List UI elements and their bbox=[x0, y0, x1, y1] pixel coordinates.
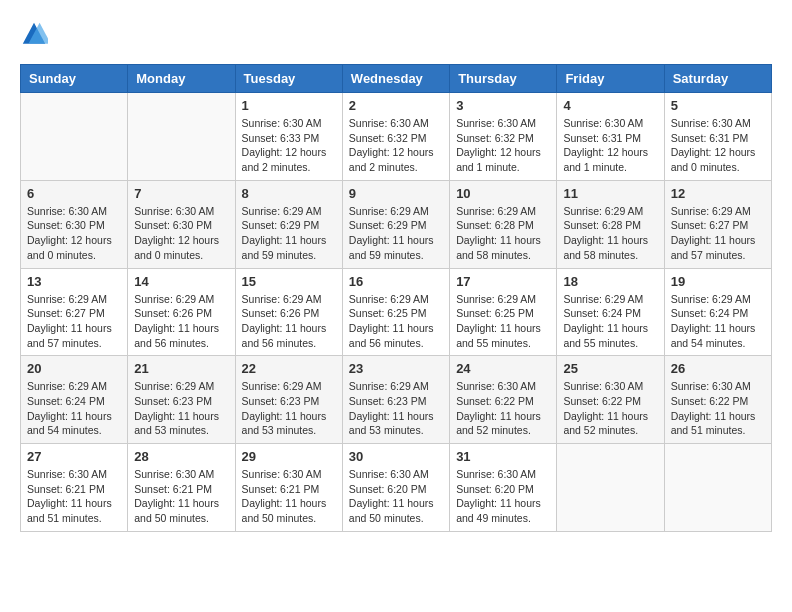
day-number: 7 bbox=[134, 186, 228, 201]
day-number: 11 bbox=[563, 186, 657, 201]
day-number: 23 bbox=[349, 361, 443, 376]
calendar-table: SundayMondayTuesdayWednesdayThursdayFrid… bbox=[20, 64, 772, 532]
calendar-cell: 23Sunrise: 6:29 AMSunset: 6:23 PMDayligh… bbox=[342, 356, 449, 444]
day-of-week-header: Monday bbox=[128, 65, 235, 93]
day-info: Sunrise: 6:29 AMSunset: 6:25 PMDaylight:… bbox=[349, 292, 443, 351]
calendar-cell: 20Sunrise: 6:29 AMSunset: 6:24 PMDayligh… bbox=[21, 356, 128, 444]
day-number: 16 bbox=[349, 274, 443, 289]
day-info: Sunrise: 6:29 AMSunset: 6:29 PMDaylight:… bbox=[349, 204, 443, 263]
day-info: Sunrise: 6:30 AMSunset: 6:30 PMDaylight:… bbox=[27, 204, 121, 263]
calendar-cell: 21Sunrise: 6:29 AMSunset: 6:23 PMDayligh… bbox=[128, 356, 235, 444]
logo-icon bbox=[20, 20, 48, 48]
day-info: Sunrise: 6:29 AMSunset: 6:23 PMDaylight:… bbox=[349, 379, 443, 438]
day-info: Sunrise: 6:29 AMSunset: 6:29 PMDaylight:… bbox=[242, 204, 336, 263]
day-info: Sunrise: 6:30 AMSunset: 6:21 PMDaylight:… bbox=[242, 467, 336, 526]
day-of-week-header: Tuesday bbox=[235, 65, 342, 93]
day-info: Sunrise: 6:29 AMSunset: 6:26 PMDaylight:… bbox=[134, 292, 228, 351]
day-info: Sunrise: 6:30 AMSunset: 6:30 PMDaylight:… bbox=[134, 204, 228, 263]
calendar-cell: 31Sunrise: 6:30 AMSunset: 6:20 PMDayligh… bbox=[450, 444, 557, 532]
day-number: 17 bbox=[456, 274, 550, 289]
calendar-cell: 14Sunrise: 6:29 AMSunset: 6:26 PMDayligh… bbox=[128, 268, 235, 356]
day-info: Sunrise: 6:30 AMSunset: 6:31 PMDaylight:… bbox=[671, 116, 765, 175]
calendar-header: SundayMondayTuesdayWednesdayThursdayFrid… bbox=[21, 65, 772, 93]
calendar-cell: 27Sunrise: 6:30 AMSunset: 6:21 PMDayligh… bbox=[21, 444, 128, 532]
calendar-cell: 8Sunrise: 6:29 AMSunset: 6:29 PMDaylight… bbox=[235, 180, 342, 268]
day-number: 26 bbox=[671, 361, 765, 376]
day-of-week-header: Sunday bbox=[21, 65, 128, 93]
day-number: 6 bbox=[27, 186, 121, 201]
day-info: Sunrise: 6:29 AMSunset: 6:24 PMDaylight:… bbox=[563, 292, 657, 351]
calendar-cell: 15Sunrise: 6:29 AMSunset: 6:26 PMDayligh… bbox=[235, 268, 342, 356]
day-number: 13 bbox=[27, 274, 121, 289]
logo bbox=[20, 20, 52, 48]
day-number: 3 bbox=[456, 98, 550, 113]
calendar-cell: 1Sunrise: 6:30 AMSunset: 6:33 PMDaylight… bbox=[235, 93, 342, 181]
calendar-cell bbox=[128, 93, 235, 181]
calendar-cell: 7Sunrise: 6:30 AMSunset: 6:30 PMDaylight… bbox=[128, 180, 235, 268]
calendar-cell bbox=[21, 93, 128, 181]
day-info: Sunrise: 6:29 AMSunset: 6:24 PMDaylight:… bbox=[27, 379, 121, 438]
day-info: Sunrise: 6:30 AMSunset: 6:20 PMDaylight:… bbox=[456, 467, 550, 526]
day-info: Sunrise: 6:30 AMSunset: 6:22 PMDaylight:… bbox=[671, 379, 765, 438]
day-number: 30 bbox=[349, 449, 443, 464]
calendar-cell: 12Sunrise: 6:29 AMSunset: 6:27 PMDayligh… bbox=[664, 180, 771, 268]
day-info: Sunrise: 6:29 AMSunset: 6:27 PMDaylight:… bbox=[27, 292, 121, 351]
calendar-week-row: 27Sunrise: 6:30 AMSunset: 6:21 PMDayligh… bbox=[21, 444, 772, 532]
calendar-cell: 13Sunrise: 6:29 AMSunset: 6:27 PMDayligh… bbox=[21, 268, 128, 356]
calendar-cell: 26Sunrise: 6:30 AMSunset: 6:22 PMDayligh… bbox=[664, 356, 771, 444]
calendar-cell: 3Sunrise: 6:30 AMSunset: 6:32 PMDaylight… bbox=[450, 93, 557, 181]
calendar-body: 1Sunrise: 6:30 AMSunset: 6:33 PMDaylight… bbox=[21, 93, 772, 532]
calendar-week-row: 13Sunrise: 6:29 AMSunset: 6:27 PMDayligh… bbox=[21, 268, 772, 356]
calendar-cell: 17Sunrise: 6:29 AMSunset: 6:25 PMDayligh… bbox=[450, 268, 557, 356]
day-info: Sunrise: 6:29 AMSunset: 6:28 PMDaylight:… bbox=[563, 204, 657, 263]
day-number: 22 bbox=[242, 361, 336, 376]
calendar-cell: 10Sunrise: 6:29 AMSunset: 6:28 PMDayligh… bbox=[450, 180, 557, 268]
calendar-cell: 22Sunrise: 6:29 AMSunset: 6:23 PMDayligh… bbox=[235, 356, 342, 444]
calendar-cell: 29Sunrise: 6:30 AMSunset: 6:21 PMDayligh… bbox=[235, 444, 342, 532]
day-info: Sunrise: 6:29 AMSunset: 6:23 PMDaylight:… bbox=[242, 379, 336, 438]
day-info: Sunrise: 6:30 AMSunset: 6:22 PMDaylight:… bbox=[456, 379, 550, 438]
calendar-cell: 24Sunrise: 6:30 AMSunset: 6:22 PMDayligh… bbox=[450, 356, 557, 444]
page-header bbox=[20, 20, 772, 48]
day-number: 28 bbox=[134, 449, 228, 464]
day-info: Sunrise: 6:30 AMSunset: 6:20 PMDaylight:… bbox=[349, 467, 443, 526]
calendar-cell bbox=[557, 444, 664, 532]
day-of-week-header: Thursday bbox=[450, 65, 557, 93]
calendar-cell: 18Sunrise: 6:29 AMSunset: 6:24 PMDayligh… bbox=[557, 268, 664, 356]
day-of-week-header: Wednesday bbox=[342, 65, 449, 93]
day-of-week-header: Saturday bbox=[664, 65, 771, 93]
day-info: Sunrise: 6:29 AMSunset: 6:27 PMDaylight:… bbox=[671, 204, 765, 263]
calendar-cell bbox=[664, 444, 771, 532]
calendar-cell: 30Sunrise: 6:30 AMSunset: 6:20 PMDayligh… bbox=[342, 444, 449, 532]
day-number: 10 bbox=[456, 186, 550, 201]
day-info: Sunrise: 6:29 AMSunset: 6:28 PMDaylight:… bbox=[456, 204, 550, 263]
day-number: 9 bbox=[349, 186, 443, 201]
calendar-cell: 5Sunrise: 6:30 AMSunset: 6:31 PMDaylight… bbox=[664, 93, 771, 181]
day-number: 5 bbox=[671, 98, 765, 113]
day-number: 18 bbox=[563, 274, 657, 289]
calendar-cell: 11Sunrise: 6:29 AMSunset: 6:28 PMDayligh… bbox=[557, 180, 664, 268]
calendar-cell: 19Sunrise: 6:29 AMSunset: 6:24 PMDayligh… bbox=[664, 268, 771, 356]
calendar-week-row: 1Sunrise: 6:30 AMSunset: 6:33 PMDaylight… bbox=[21, 93, 772, 181]
calendar-cell: 9Sunrise: 6:29 AMSunset: 6:29 PMDaylight… bbox=[342, 180, 449, 268]
day-number: 12 bbox=[671, 186, 765, 201]
calendar-cell: 28Sunrise: 6:30 AMSunset: 6:21 PMDayligh… bbox=[128, 444, 235, 532]
calendar-cell: 6Sunrise: 6:30 AMSunset: 6:30 PMDaylight… bbox=[21, 180, 128, 268]
day-info: Sunrise: 6:30 AMSunset: 6:21 PMDaylight:… bbox=[27, 467, 121, 526]
day-info: Sunrise: 6:30 AMSunset: 6:32 PMDaylight:… bbox=[349, 116, 443, 175]
calendar-week-row: 6Sunrise: 6:30 AMSunset: 6:30 PMDaylight… bbox=[21, 180, 772, 268]
day-number: 8 bbox=[242, 186, 336, 201]
day-info: Sunrise: 6:30 AMSunset: 6:22 PMDaylight:… bbox=[563, 379, 657, 438]
day-number: 20 bbox=[27, 361, 121, 376]
day-info: Sunrise: 6:30 AMSunset: 6:21 PMDaylight:… bbox=[134, 467, 228, 526]
day-number: 29 bbox=[242, 449, 336, 464]
day-number: 2 bbox=[349, 98, 443, 113]
day-number: 14 bbox=[134, 274, 228, 289]
calendar-week-row: 20Sunrise: 6:29 AMSunset: 6:24 PMDayligh… bbox=[21, 356, 772, 444]
day-info: Sunrise: 6:29 AMSunset: 6:26 PMDaylight:… bbox=[242, 292, 336, 351]
day-number: 15 bbox=[242, 274, 336, 289]
day-info: Sunrise: 6:29 AMSunset: 6:25 PMDaylight:… bbox=[456, 292, 550, 351]
day-number: 21 bbox=[134, 361, 228, 376]
calendar-cell: 25Sunrise: 6:30 AMSunset: 6:22 PMDayligh… bbox=[557, 356, 664, 444]
day-number: 27 bbox=[27, 449, 121, 464]
